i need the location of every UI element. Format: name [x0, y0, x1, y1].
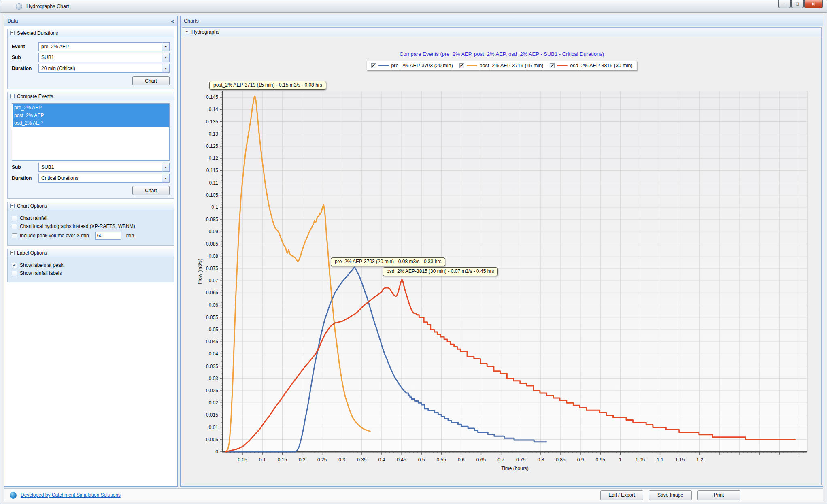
list-item[interactable]: osd_2% AEP [13, 119, 169, 127]
svg-text:1.2: 1.2 [696, 457, 703, 463]
chevron-down-icon[interactable]: ▼ [162, 174, 169, 182]
charts-panel-header: Charts [181, 16, 823, 26]
minimize-button[interactable]: — [778, 0, 791, 8]
event-row: Event pre_2% AEP ▼ [12, 42, 170, 51]
print-button[interactable]: Print [697, 490, 740, 500]
group-title: Label Options [17, 250, 47, 256]
svg-text:0.9: 0.9 [577, 457, 584, 463]
legend-checkbox[interactable]: ✔ [550, 63, 555, 68]
chevron-down-icon[interactable]: ▼ [162, 64, 169, 72]
checkbox-label: Show rainfall labels [20, 270, 62, 276]
collapse-group-icon[interactable]: − [185, 30, 189, 34]
developer-link[interactable]: Developed by Catchment Simulation Soluti… [21, 492, 121, 498]
svg-text:0.075: 0.075 [206, 266, 218, 271]
collapse-group-icon[interactable]: − [10, 94, 15, 98]
charts-panel: Charts − Hydrographs 0.050.10.150.20.250… [180, 16, 823, 487]
chart-title: Compare Events (pre_2% AEP, post_2% AEP,… [400, 51, 604, 57]
hydrographs-title: Hydrographs [191, 29, 219, 35]
peak-volume-checkbox[interactable] [12, 233, 17, 238]
legend-checkbox[interactable]: ✔ [371, 63, 376, 68]
svg-text:0.5: 0.5 [418, 457, 425, 463]
svg-text:0.115: 0.115 [206, 168, 218, 173]
compare-sub-row: Sub SUB1 ▼ [12, 163, 170, 172]
list-item[interactable]: post_2% AEP [13, 112, 169, 119]
show-rainfall-labels-checkbox[interactable] [12, 271, 17, 276]
legend-label: post_2% AEP-3719 (15 min) [480, 63, 544, 68]
svg-text:0.14: 0.14 [209, 106, 219, 112]
chart-button[interactable]: Chart [132, 186, 170, 195]
event-value: pre_2% AEP [39, 43, 162, 51]
sub-label: Sub [12, 164, 38, 170]
hydrographs-panel: − Hydrographs 0.050.10.150.20.250.30.350… [182, 27, 822, 485]
chevron-down-icon[interactable]: ▼ [162, 43, 169, 51]
collapse-group-icon[interactable]: − [10, 31, 15, 35]
group-title: Chart Options [17, 203, 47, 209]
compare-sub-select[interactable]: SUB1 ▼ [38, 163, 170, 172]
show-peak-labels-checkbox[interactable]: ✔ [12, 263, 17, 268]
svg-text:0.08: 0.08 [209, 253, 219, 259]
svg-text:1.1: 1.1 [657, 457, 663, 463]
edit-export-button[interactable]: Edit / Export [600, 490, 643, 500]
compare-events-listbox[interactable]: pre_2% AEP post_2% AEP osd_2% AEP [12, 103, 170, 161]
save-image-button[interactable]: Save Image [649, 490, 692, 500]
group-title: Selected Durations [17, 30, 58, 36]
svg-text:0.125: 0.125 [206, 143, 218, 149]
collapse-group-icon[interactable]: − [10, 204, 15, 208]
svg-text:0.09: 0.09 [209, 229, 219, 234]
checkbox-label: Include peak volume over X min [20, 233, 89, 238]
svg-text:0.025: 0.025 [206, 388, 218, 393]
titlebar: Hydrographs Chart — ❏ ✕ [0, 0, 827, 13]
svg-text:0.6: 0.6 [458, 457, 465, 463]
group-title: Compare Events [17, 94, 53, 99]
svg-text:0.15: 0.15 [278, 457, 287, 463]
svg-text:0.07: 0.07 [209, 278, 219, 283]
hydrograph-chart: 0.050.10.150.20.250.30.350.40.450.50.550… [182, 36, 821, 485]
svg-text:0.2: 0.2 [299, 457, 306, 463]
duration-label: Duration [12, 66, 38, 71]
duration-select[interactable]: 20 min (Critical) ▼ [38, 64, 170, 73]
svg-text:0.85: 0.85 [556, 457, 566, 463]
hydrograph-plot: 0.050.10.150.20.250.30.350.40.450.50.550… [182, 36, 821, 485]
chevron-down-icon[interactable]: ▼ [162, 53, 169, 62]
chevron-down-icon[interactable]: ▼ [162, 163, 169, 171]
legend-line-swatch [467, 65, 477, 66]
sub-value: SUB1 [39, 53, 162, 62]
svg-text:0.95: 0.95 [596, 457, 606, 463]
svg-text:0.055: 0.055 [206, 315, 218, 320]
svg-text:Time (hours): Time (hours) [501, 466, 529, 471]
data-panel: Data « − Selected Durations Event pre_2%… [4, 16, 178, 487]
collapse-group-icon[interactable]: − [10, 251, 15, 255]
legend-checkbox[interactable]: ✔ [459, 63, 464, 68]
charts-panel-title: Charts [184, 18, 199, 24]
close-button[interactable]: ✕ [804, 0, 823, 8]
duration-value: 20 min (Critical) [39, 64, 162, 72]
chart-rainfall-checkbox[interactable] [12, 216, 17, 221]
selected-durations-group: − Selected Durations Event pre_2% AEP ▼ … [7, 29, 174, 89]
svg-text:0.04: 0.04 [209, 351, 219, 357]
event-select[interactable]: pre_2% AEP ▼ [38, 42, 170, 51]
svg-text:0.55: 0.55 [437, 457, 446, 463]
compare-events-group: − Compare Events pre_2% AEP post_2% AEP … [7, 92, 174, 199]
peak-volume-minutes-input[interactable]: 60 [95, 232, 121, 240]
chart-options-group: − Chart Options Chart rainfall Chart loc… [7, 202, 174, 246]
chart-local-hydrographs-row: Chart local hydrographs instead (XP-RAFT… [12, 223, 170, 229]
svg-text:1: 1 [619, 457, 622, 463]
restore-button[interactable]: ❏ [791, 0, 804, 8]
svg-text:0.065: 0.065 [206, 290, 218, 296]
sub-select[interactable]: SUB1 ▼ [38, 53, 170, 62]
svg-text:0.085: 0.085 [206, 241, 218, 247]
svg-text:1.05: 1.05 [636, 457, 645, 463]
list-item[interactable]: pre_2% AEP [13, 104, 169, 112]
checkbox-label: Chart rainfall [20, 215, 47, 221]
legend-label: pre_2% AEP-3703 (20 min) [391, 63, 453, 68]
svg-text:0.7: 0.7 [497, 457, 504, 463]
compare-duration-select[interactable]: Critical Durations ▼ [38, 174, 170, 183]
compare-duration-row: Duration Critical Durations ▼ [12, 174, 170, 183]
collapse-panel-icon[interactable]: « [171, 18, 174, 24]
svg-text:0.8: 0.8 [538, 457, 544, 463]
chart-local-hydrographs-checkbox[interactable] [12, 224, 17, 229]
chart-button[interactable]: Chart [132, 76, 170, 85]
legend-item: ✔pre_2% AEP-3703 (20 min) [371, 63, 453, 68]
svg-text:0.1: 0.1 [211, 204, 218, 210]
chart-rainfall-row: Chart rainfall [12, 215, 170, 221]
